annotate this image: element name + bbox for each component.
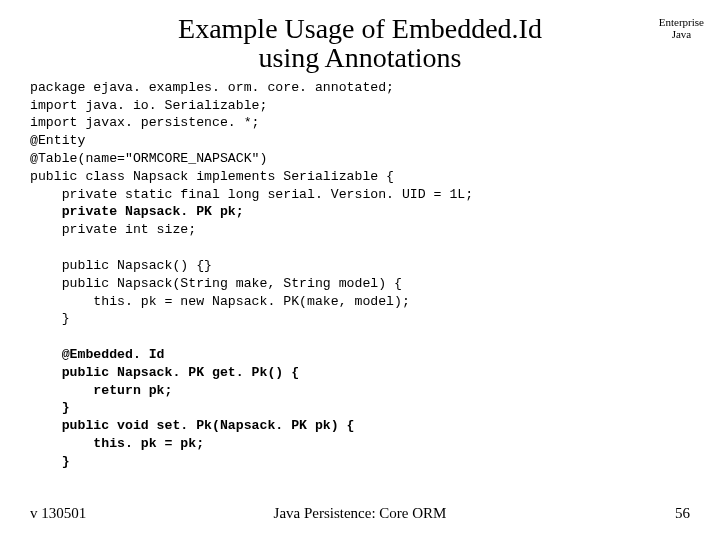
code-line: package ejava. examples. orm. core. anno… <box>30 80 394 95</box>
code-line: } <box>30 311 70 326</box>
code-line: private int size; <box>30 222 196 237</box>
code-line: @Embedded. Id <box>30 347 165 362</box>
code-line: this. pk = pk; <box>30 436 204 451</box>
title-line2: using Annotations <box>258 42 461 73</box>
slide: Enterprise Java Example Usage of Embedde… <box>0 0 720 540</box>
code-line: public Napsack(String make, String model… <box>30 276 402 291</box>
page-number: 56 <box>675 505 690 522</box>
code-line: public Napsack. PK get. Pk() { <box>30 365 299 380</box>
code-line: } <box>30 400 70 415</box>
code-line: public Napsack() {} <box>30 258 212 273</box>
title-line1: Example Usage of Embedded.Id <box>178 13 542 44</box>
footer-title: Java Persistence: Core ORM <box>30 505 690 522</box>
header: Example Usage of Embedded.Id using Annot… <box>30 14 690 73</box>
code-line: import javax. persistence. *; <box>30 115 260 130</box>
footer: v 130501 Java Persistence: Core ORM 56 <box>30 505 690 522</box>
code-line: @Entity <box>30 133 85 148</box>
code-line: this. pk = new Napsack. PK(make, model); <box>30 294 410 309</box>
code-line: import java. io. Serializable; <box>30 98 267 113</box>
page-title: Example Usage of Embedded.Id using Annot… <box>30 14 690 73</box>
code-line: return pk; <box>30 383 172 398</box>
code-line: private static final long serial. Versio… <box>30 187 473 202</box>
code-line: private Napsack. PK pk; <box>30 204 244 219</box>
footer-version: v 130501 <box>30 505 86 522</box>
code-block: package ejava. examples. orm. core. anno… <box>30 79 690 471</box>
code-line: @Table(name="ORMCORE_NAPSACK") <box>30 151 267 166</box>
code-line: public void set. Pk(Napsack. PK pk) { <box>30 418 354 433</box>
code-line: public class Napsack implements Serializ… <box>30 169 394 184</box>
code-line: } <box>30 454 70 469</box>
